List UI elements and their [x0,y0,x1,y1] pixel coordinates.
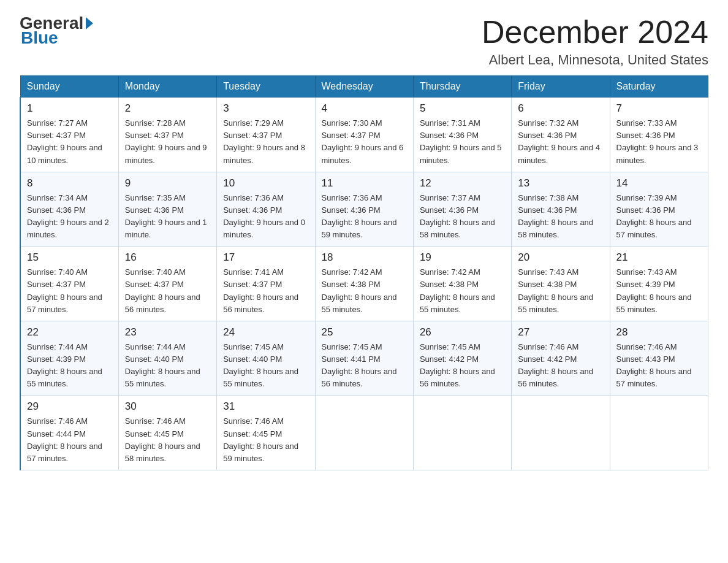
day-number: 11 [322,177,407,190]
day-info: Sunrise: 7:38 AMSunset: 4:36 PMDaylight:… [518,193,593,239]
day-number: 5 [420,102,505,115]
column-header-tuesday: Tuesday [217,76,315,98]
day-info: Sunrise: 7:29 AMSunset: 4:37 PMDaylight:… [223,118,305,164]
logo-arrow-icon [86,17,93,29]
calendar-week-row: 29 Sunrise: 7:46 AMSunset: 4:44 PMDaylig… [20,396,708,470]
calendar-cell: 24 Sunrise: 7:45 AMSunset: 4:40 PMDaylig… [217,321,315,396]
calendar-cell: 12 Sunrise: 7:37 AMSunset: 4:36 PMDaylig… [413,172,511,247]
day-number: 21 [616,251,702,264]
day-info: Sunrise: 7:46 AMSunset: 4:42 PMDaylight:… [518,342,593,388]
day-number: 26 [420,326,505,339]
day-number: 4 [322,102,407,115]
day-info: Sunrise: 7:45 AMSunset: 4:41 PMDaylight:… [322,342,397,388]
day-info: Sunrise: 7:39 AMSunset: 4:36 PMDaylight:… [616,193,692,239]
day-info: Sunrise: 7:44 AMSunset: 4:39 PMDaylight:… [27,342,102,388]
column-header-saturday: Saturday [610,76,708,98]
day-number: 20 [518,251,603,264]
day-info: Sunrise: 7:40 AMSunset: 4:37 PMDaylight:… [27,267,102,313]
calendar-cell: 11 Sunrise: 7:36 AMSunset: 4:36 PMDaylig… [315,172,413,247]
calendar-cell [610,396,708,470]
day-number: 1 [27,102,112,115]
day-info: Sunrise: 7:28 AMSunset: 4:37 PMDaylight:… [125,118,207,164]
day-number: 7 [616,102,702,115]
calendar-cell: 10 Sunrise: 7:36 AMSunset: 4:36 PMDaylig… [217,172,315,247]
calendar-cell: 14 Sunrise: 7:39 AMSunset: 4:36 PMDaylig… [610,172,708,247]
day-number: 31 [223,400,308,413]
calendar-cell: 17 Sunrise: 7:41 AMSunset: 4:37 PMDaylig… [217,247,315,321]
day-info: Sunrise: 7:45 AMSunset: 4:42 PMDaylight:… [420,342,495,388]
calendar-table: SundayMondayTuesdayWednesdayThursdayFrid… [20,75,708,470]
day-number: 29 [27,400,112,413]
calendar-cell: 21 Sunrise: 7:43 AMSunset: 4:39 PMDaylig… [610,247,708,321]
calendar-cell: 20 Sunrise: 7:43 AMSunset: 4:38 PMDaylig… [512,247,610,321]
day-info: Sunrise: 7:32 AMSunset: 4:36 PMDaylight:… [518,118,600,164]
day-number: 8 [27,177,112,190]
day-info: Sunrise: 7:46 AMSunset: 4:43 PMDaylight:… [616,342,692,388]
logo: General Blue [20,15,93,47]
calendar-cell: 3 Sunrise: 7:29 AMSunset: 4:37 PMDayligh… [217,98,315,172]
day-number: 10 [223,177,308,190]
day-info: Sunrise: 7:43 AMSunset: 4:38 PMDaylight:… [518,267,593,313]
day-info: Sunrise: 7:27 AMSunset: 4:37 PMDaylight:… [27,118,102,164]
calendar-cell: 18 Sunrise: 7:42 AMSunset: 4:38 PMDaylig… [315,247,413,321]
logo-blue-text: Blue [20,29,93,47]
day-info: Sunrise: 7:35 AMSunset: 4:36 PMDaylight:… [125,193,207,239]
day-number: 22 [27,326,112,339]
day-number: 2 [125,102,210,115]
calendar-cell: 1 Sunrise: 7:27 AMSunset: 4:37 PMDayligh… [20,98,118,172]
calendar-cell: 22 Sunrise: 7:44 AMSunset: 4:39 PMDaylig… [20,321,118,396]
day-info: Sunrise: 7:46 AMSunset: 4:45 PMDaylight:… [223,416,298,462]
calendar-cell: 23 Sunrise: 7:44 AMSunset: 4:40 PMDaylig… [118,321,216,396]
day-info: Sunrise: 7:45 AMSunset: 4:40 PMDaylight:… [223,342,298,388]
location-subtitle: Albert Lea, Minnesota, United States [482,52,708,68]
calendar-cell: 13 Sunrise: 7:38 AMSunset: 4:36 PMDaylig… [512,172,610,247]
day-number: 24 [223,326,308,339]
day-number: 14 [616,177,702,190]
calendar-cell: 7 Sunrise: 7:33 AMSunset: 4:36 PMDayligh… [610,98,708,172]
day-number: 19 [420,251,505,264]
day-info: Sunrise: 7:34 AMSunset: 4:36 PMDaylight:… [27,193,109,239]
day-number: 27 [518,326,603,339]
column-header-friday: Friday [512,76,610,98]
calendar-cell [512,396,610,470]
day-info: Sunrise: 7:43 AMSunset: 4:39 PMDaylight:… [616,267,692,313]
day-number: 9 [125,177,210,190]
day-number: 30 [125,400,210,413]
calendar-cell: 28 Sunrise: 7:46 AMSunset: 4:43 PMDaylig… [610,321,708,396]
calendar-cell: 31 Sunrise: 7:46 AMSunset: 4:45 PMDaylig… [217,396,315,470]
calendar-week-row: 22 Sunrise: 7:44 AMSunset: 4:39 PMDaylig… [20,321,708,396]
calendar-cell: 19 Sunrise: 7:42 AMSunset: 4:38 PMDaylig… [413,247,511,321]
day-number: 16 [125,251,210,264]
column-header-sunday: Sunday [20,76,118,98]
calendar-cell: 30 Sunrise: 7:46 AMSunset: 4:45 PMDaylig… [118,396,216,470]
title-section: December 2024 Albert Lea, Minnesota, Uni… [482,15,708,68]
calendar-cell [315,396,413,470]
calendar-week-row: 8 Sunrise: 7:34 AMSunset: 4:36 PMDayligh… [20,172,708,247]
day-info: Sunrise: 7:37 AMSunset: 4:36 PMDaylight:… [420,193,495,239]
calendar-cell: 15 Sunrise: 7:40 AMSunset: 4:37 PMDaylig… [20,247,118,321]
calendar-cell: 27 Sunrise: 7:46 AMSunset: 4:42 PMDaylig… [512,321,610,396]
calendar-cell: 16 Sunrise: 7:40 AMSunset: 4:37 PMDaylig… [118,247,216,321]
day-number: 6 [518,102,603,115]
month-title: December 2024 [482,15,708,50]
calendar-cell [413,396,511,470]
day-number: 25 [322,326,407,339]
calendar-cell: 9 Sunrise: 7:35 AMSunset: 4:36 PMDayligh… [118,172,216,247]
day-info: Sunrise: 7:33 AMSunset: 4:36 PMDaylight:… [616,118,699,164]
day-number: 23 [125,326,210,339]
day-number: 12 [420,177,505,190]
day-number: 28 [616,326,702,339]
calendar-cell: 4 Sunrise: 7:30 AMSunset: 4:37 PMDayligh… [315,98,413,172]
calendar-week-row: 15 Sunrise: 7:40 AMSunset: 4:37 PMDaylig… [20,247,708,321]
day-info: Sunrise: 7:41 AMSunset: 4:37 PMDaylight:… [223,267,298,313]
day-number: 13 [518,177,603,190]
day-number: 18 [322,251,407,264]
calendar-cell: 25 Sunrise: 7:45 AMSunset: 4:41 PMDaylig… [315,321,413,396]
day-number: 15 [27,251,112,264]
day-info: Sunrise: 7:46 AMSunset: 4:44 PMDaylight:… [27,416,102,462]
column-header-thursday: Thursday [413,76,511,98]
calendar-cell: 29 Sunrise: 7:46 AMSunset: 4:44 PMDaylig… [20,396,118,470]
page-header: General Blue December 2024 Albert Lea, M… [20,15,708,68]
calendar-header-row: SundayMondayTuesdayWednesdayThursdayFrid… [20,76,708,98]
day-info: Sunrise: 7:30 AMSunset: 4:37 PMDaylight:… [322,118,404,164]
